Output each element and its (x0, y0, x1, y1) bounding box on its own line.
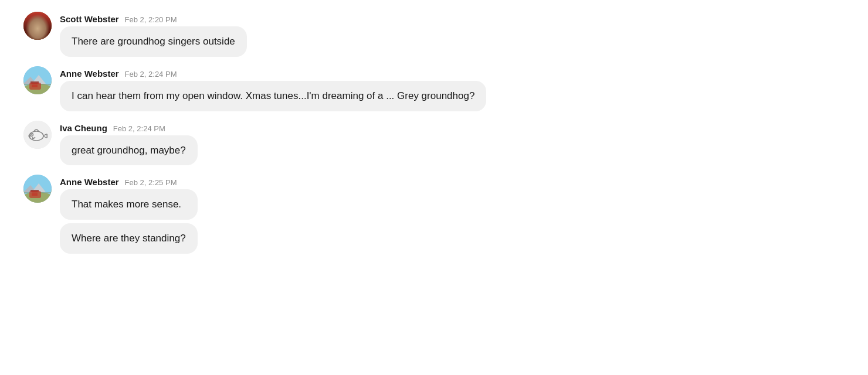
svg-rect-24 (32, 191, 38, 196)
message-time-4: Feb 2, 2:25 PM (125, 178, 177, 187)
sender-line-2: Anne Webster Feb 2, 2:24 PM (60, 69, 486, 79)
bubble-4-1: Where are they standing? (60, 223, 198, 254)
svg-rect-14 (30, 81, 39, 84)
svg-rect-0 (23, 12, 52, 40)
sender-name-2: Anne Webster (60, 69, 119, 79)
avatar-anne-2 (23, 175, 52, 203)
svg-point-19 (31, 134, 32, 135)
svg-point-7 (39, 27, 42, 29)
message-group-right-3: Iva Cheung Feb 2, 2:24 PM great groundho… (60, 121, 198, 166)
avatar-iva (23, 121, 52, 149)
message-time-2: Feb 2, 2:24 PM (125, 70, 177, 79)
bubble-1-0: There are groundhog singers outside (60, 26, 247, 57)
sender-line-1: Scott Webster Feb 2, 2:20 PM (60, 14, 247, 24)
message-group-1: Scott Webster Feb 2, 2:20 PM There are g… (23, 12, 845, 57)
svg-point-6 (33, 27, 36, 29)
svg-point-10 (23, 84, 52, 94)
svg-point-1 (29, 21, 46, 38)
svg-rect-26 (23, 192, 52, 193)
message-group-4: Anne Webster Feb 2, 2:25 PM That makes m… (23, 175, 845, 254)
svg-point-8 (36, 30, 39, 32)
svg-rect-25 (30, 190, 39, 192)
message-time-1: Feb 2, 2:20 PM (125, 15, 177, 24)
sender-name-4: Anne Webster (60, 177, 119, 187)
message-group-3: Iva Cheung Feb 2, 2:24 PM great groundho… (23, 121, 845, 166)
chat-container: Scott Webster Feb 2, 2:20 PM There are g… (23, 12, 845, 263)
sender-name-1: Scott Webster (60, 14, 119, 24)
bubble-4-0: That makes more sense. (60, 189, 198, 220)
message-group-2: Anne Webster Feb 2, 2:24 PM I can hear t… (23, 66, 845, 111)
message-time-3: Feb 2, 2:24 PM (113, 124, 165, 133)
sender-name-3: Iva Cheung (60, 123, 107, 133)
svg-rect-5 (26, 18, 49, 21)
svg-point-21 (23, 192, 52, 203)
avatar-scott (23, 12, 52, 40)
svg-rect-15 (23, 84, 52, 85)
sender-line-4: Anne Webster Feb 2, 2:25 PM (60, 177, 198, 187)
message-group-right-2: Anne Webster Feb 2, 2:24 PM I can hear t… (60, 66, 486, 111)
bubble-2-0: I can hear them from my open window. Xma… (60, 81, 486, 111)
svg-rect-3 (27, 14, 48, 15)
avatar-anne-1 (23, 66, 52, 94)
message-group-right-4: Anne Webster Feb 2, 2:25 PM That makes m… (60, 175, 198, 254)
message-group-right-1: Scott Webster Feb 2, 2:20 PM There are g… (60, 12, 247, 57)
sender-line-3: Iva Cheung Feb 2, 2:24 PM (60, 123, 198, 133)
svg-rect-4 (27, 15, 48, 16)
bubble-3-0: great groundhog, maybe? (60, 135, 198, 166)
svg-rect-13 (32, 83, 38, 87)
svg-rect-2 (27, 13, 48, 18)
